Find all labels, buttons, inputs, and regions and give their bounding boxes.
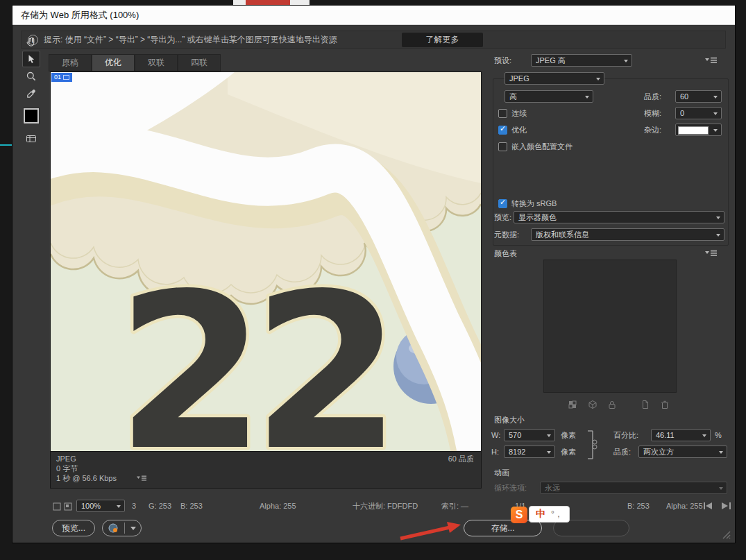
ime-punct[interactable]: °， bbox=[551, 509, 563, 520]
blur-label: 模糊: bbox=[644, 107, 661, 119]
delete-color-icon[interactable] bbox=[659, 400, 670, 409]
chevron-down-icon bbox=[130, 527, 136, 530]
convert-srgb-checkbox[interactable] bbox=[498, 199, 507, 208]
loop-options-label: 循环选项: bbox=[494, 482, 527, 494]
hand-tool-button[interactable] bbox=[22, 33, 40, 50]
zoom-tool-button[interactable] bbox=[22, 68, 40, 85]
learn-more-button[interactable]: 了解更多 bbox=[402, 33, 483, 47]
slice-icon bbox=[63, 75, 69, 80]
tab-original[interactable]: 原稿 bbox=[49, 54, 92, 71]
format-select[interactable]: JPEG bbox=[505, 72, 604, 85]
slice-select-icon bbox=[26, 53, 37, 65]
width-input[interactable]: 570 bbox=[504, 429, 555, 441]
compression-select[interactable]: 高 bbox=[505, 90, 593, 103]
width-unit-label: 像素 bbox=[561, 429, 576, 441]
tip-bar: i 提示: 使用 “文件” > “导出” > “导出为...” 或右键单击某个图… bbox=[21, 31, 726, 49]
combo-divider bbox=[124, 523, 125, 534]
rate-menu-icon[interactable] bbox=[137, 475, 146, 482]
dialog-title: 存储为 Web 所用格式 (100%) bbox=[21, 6, 139, 25]
percent-label: 百分比: bbox=[613, 429, 638, 441]
blur-stepper[interactable]: 0 bbox=[675, 107, 722, 119]
preset-label: 预设: bbox=[494, 54, 511, 67]
matte-color-swatch bbox=[678, 126, 709, 135]
preview-quality-label: 60 品质 bbox=[448, 455, 474, 464]
resize-grip[interactable] bbox=[722, 530, 731, 540]
slice-overlay-icon[interactable] bbox=[64, 502, 72, 511]
web-shift-icon[interactable] bbox=[587, 400, 598, 409]
status-index-value: 索引: — bbox=[441, 500, 468, 512]
progressive-label: 连续 bbox=[511, 107, 527, 119]
tip-text: 提示: 使用 “文件” > “导出” > “导出为...” 或右键单击某个图层可… bbox=[44, 31, 337, 48]
resample-label: 品质: bbox=[613, 446, 631, 458]
last-frame-icon bbox=[729, 502, 731, 509]
height-unit-label: 像素 bbox=[561, 446, 576, 458]
first-frame-icon bbox=[704, 502, 705, 509]
quality-stepper[interactable]: 60 bbox=[675, 90, 722, 103]
loop-options-select[interactable]: 永远 bbox=[540, 482, 727, 494]
percent-input[interactable]: 46.11 bbox=[651, 429, 711, 441]
color-table-grid[interactable] bbox=[543, 260, 677, 393]
preset-select[interactable]: JPEG 高 bbox=[531, 54, 632, 67]
convert-srgb-label: 转换为 sRGB bbox=[511, 197, 557, 210]
previous-frame-icon bbox=[706, 502, 712, 509]
tab-optimized[interactable]: 优化 bbox=[92, 54, 135, 71]
resample-select[interactable]: 两次立方 bbox=[638, 446, 727, 458]
tab-2up[interactable]: 双联 bbox=[135, 54, 178, 71]
ime-mode[interactable]: 中 bbox=[536, 508, 545, 520]
eyedropper-icon bbox=[26, 88, 37, 99]
artwork-number: 22 bbox=[116, 247, 387, 451]
constrain-link-icon[interactable] bbox=[586, 430, 598, 460]
status-hex-value: 十六进制: FDFDFD bbox=[353, 500, 418, 512]
percent-unit-label: % bbox=[715, 429, 722, 441]
status-b-value: B: 253 bbox=[180, 500, 203, 512]
eyedropper-tool-button[interactable] bbox=[22, 85, 40, 102]
artwork: 22 bbox=[51, 72, 481, 451]
zoom-icon bbox=[26, 71, 37, 82]
new-color-icon[interactable] bbox=[640, 400, 651, 409]
embed-profile-checkbox[interactable] bbox=[498, 142, 507, 151]
image-size-title: 图像大小 bbox=[494, 414, 525, 426]
map-transparency-icon[interactable] bbox=[568, 400, 579, 409]
status-r-value: 3 bbox=[132, 500, 136, 512]
preview-rate-label: 1 秒 @ 56.6 Kbps bbox=[56, 474, 117, 483]
height-input[interactable]: 8192 bbox=[504, 446, 555, 458]
zoom-level-select[interactable]: 100% bbox=[76, 500, 125, 512]
matte-swatch-select[interactable] bbox=[675, 124, 722, 136]
slice-number: 01 bbox=[54, 73, 61, 82]
eyedropper-color-swatch[interactable] bbox=[24, 108, 39, 124]
optimized-label: 优化 bbox=[511, 124, 527, 136]
optimized-checkbox[interactable] bbox=[498, 126, 507, 135]
preview-button[interactable]: 预览... bbox=[52, 520, 95, 536]
matte-label: 杂边: bbox=[644, 124, 661, 136]
preview-info-bar: JPEG 0 字节 1 秒 @ 56.6 Kbps 60 品质 bbox=[51, 451, 481, 488]
preview-frame: 22 01 JPEG 0 字节 bbox=[50, 71, 482, 489]
toggle-slices-button[interactable] bbox=[22, 130, 40, 147]
metadata-label: 元数据: bbox=[494, 228, 519, 241]
tab-4up[interactable]: 四联 bbox=[178, 54, 221, 71]
lock-color-icon[interactable] bbox=[607, 400, 618, 409]
browser-preview-button[interactable] bbox=[102, 520, 142, 536]
status-right-b-value: B: 253 bbox=[627, 500, 650, 512]
slice-visibility-icon[interactable] bbox=[53, 502, 61, 511]
metadata-select[interactable]: 版权和联系信息 bbox=[531, 228, 724, 241]
hand-icon bbox=[26, 36, 37, 47]
ime-logo[interactable]: S bbox=[511, 507, 527, 523]
slice-badge: 01 bbox=[51, 73, 72, 82]
dialog-titlebar[interactable]: 存储为 Web 所用格式 (100%) bbox=[12, 6, 735, 25]
toggle-slices-icon bbox=[26, 133, 37, 144]
panel-menu-icon[interactable] bbox=[705, 57, 718, 64]
status-alpha-value: Alpha: 255 bbox=[260, 500, 296, 512]
frame-playback-controls[interactable] bbox=[704, 502, 731, 510]
ime-panel[interactable]: 中 °， bbox=[529, 506, 570, 523]
color-table-menu-icon[interactable] bbox=[705, 250, 718, 257]
teal-guide-line bbox=[0, 144, 12, 146]
progressive-checkbox[interactable] bbox=[498, 109, 507, 118]
embed-profile-label: 嵌入颜色配置文件 bbox=[511, 140, 573, 153]
save-for-web-dialog: 存储为 Web 所用格式 (100%) i 提示: 使用 “文件” > “导出”… bbox=[12, 6, 735, 543]
slice-select-tool-button[interactable] bbox=[22, 51, 40, 67]
preview-canvas[interactable]: 22 01 bbox=[51, 72, 481, 451]
browser-icon bbox=[108, 523, 119, 534]
preview-mode-select[interactable]: 显示器颜色 bbox=[514, 211, 724, 223]
status-right-alpha-value: Alpha: 255 bbox=[666, 500, 703, 512]
animation-title: 动画 bbox=[494, 466, 509, 479]
